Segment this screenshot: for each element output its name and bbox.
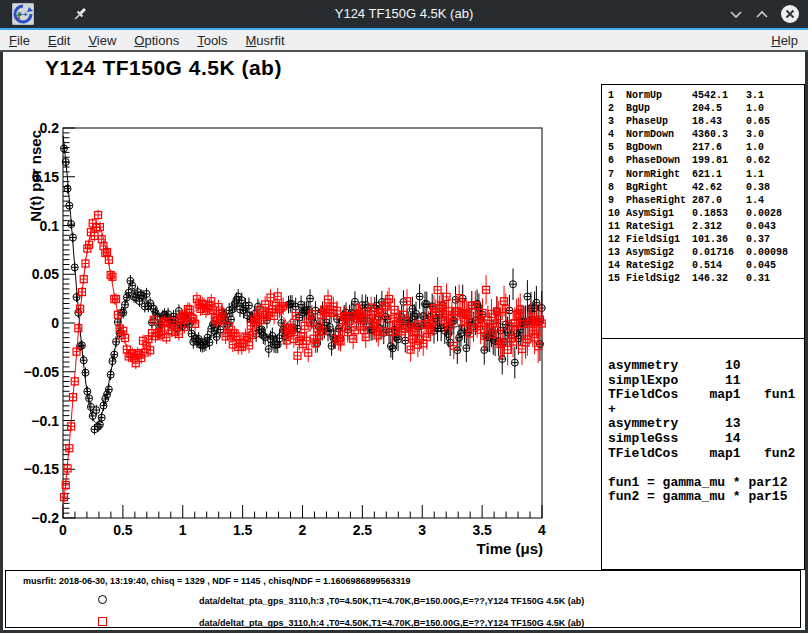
- menubar: File Edit View Options Tools Musrfit Hel…: [0, 30, 808, 52]
- window-title: Y124 TF150G 4.5K (ab): [0, 0, 808, 28]
- legend-circle-marker-icon: [98, 595, 107, 604]
- svg-text:1.5: 1.5: [233, 522, 253, 538]
- theory-block: asymmetry 10 simplExpo 11 TFieldCos map1…: [602, 339, 804, 505]
- minimize-icon[interactable]: [726, 4, 746, 24]
- svg-text:2.5: 2.5: [353, 522, 373, 538]
- fit-info-panel: musrfit: 2018-06-30, 13:19:40, chisq = 1…: [5, 570, 801, 628]
- parameter-panel: 1 NormUp 4542.1 3.1 2 BgUp 204.5 1.0 3 P…: [601, 84, 805, 570]
- fit-status-line: musrfit: 2018-06-30, 13:19:40, chisq = 1…: [23, 576, 410, 586]
- svg-text:−0.05: −0.05: [24, 364, 60, 380]
- svg-text:2: 2: [299, 522, 307, 538]
- svg-text:0: 0: [51, 315, 59, 331]
- svg-text:0: 0: [59, 522, 67, 538]
- svg-text:3: 3: [418, 522, 426, 538]
- menu-options[interactable]: Options: [125, 33, 188, 48]
- musrfit-window: ++ Y124 TF150G 4.5K (ab) File Edit View: [0, 0, 808, 633]
- svg-text:1: 1: [179, 522, 187, 538]
- plot-area[interactable]: 00.511.522.533.540.20.150.10.050−0.05−0.…: [3, 52, 603, 568]
- menu-musrfit[interactable]: Musrfit: [237, 33, 294, 48]
- legend-entry-2: data/deltat_pta_gps_3110,h:4 ,T0=4.50K,T…: [199, 618, 584, 628]
- maximize-icon[interactable]: [752, 4, 772, 24]
- menu-file[interactable]: File: [0, 33, 39, 48]
- svg-text:−0.15: −0.15: [24, 461, 60, 477]
- legend-square-marker-icon: [98, 617, 107, 626]
- menu-edit[interactable]: Edit: [39, 33, 79, 48]
- theory-pre: asymmetry 10 simplExpo 11 TFieldCos map1…: [602, 339, 804, 505]
- menu-tools[interactable]: Tools: [188, 33, 236, 48]
- parameter-table-pre: 1 NormUp 4542.1 3.1 2 BgUp 204.5 1.0 3 P…: [602, 85, 804, 285]
- svg-text:N(t) per nsec: N(t) per nsec: [27, 130, 44, 222]
- svg-text:−0.2: −0.2: [31, 510, 59, 526]
- svg-text:0.5: 0.5: [113, 522, 133, 538]
- legend-entry-1: data/deltat_pta_gps_3110,h:3 ,T0=4.50K,T…: [199, 596, 584, 606]
- parameter-table: 1 NormUp 4542.1 3.1 2 BgUp 204.5 1.0 3 P…: [602, 85, 804, 339]
- svg-text:−0.1: −0.1: [31, 413, 59, 429]
- root-canvas[interactable]: Y124 TF150G 4.5K (ab) 00.511.522.533.540…: [3, 52, 805, 630]
- svg-text:0.05: 0.05: [32, 266, 59, 282]
- close-icon[interactable]: [780, 4, 800, 24]
- svg-text:Time (μs): Time (μs): [477, 540, 543, 557]
- menu-view[interactable]: View: [79, 33, 125, 48]
- titlebar[interactable]: ++ Y124 TF150G 4.5K (ab): [0, 0, 808, 28]
- menu-help[interactable]: Help: [762, 33, 808, 48]
- svg-text:3.5: 3.5: [472, 522, 492, 538]
- svg-text:4: 4: [538, 522, 546, 538]
